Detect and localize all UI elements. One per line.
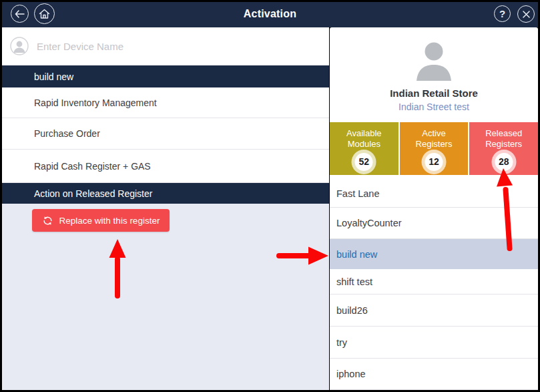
device-name-row — [2, 27, 329, 65]
top-bar: Activation ? — [2, 2, 538, 27]
modules-panel: build new Rapid Inventory Management Pur… — [2, 27, 329, 390]
sync-icon — [42, 215, 53, 226]
stat-label: Released Registers — [477, 128, 531, 150]
store-header: Indian Retail Store Indian Street test — [330, 27, 538, 112]
released-registers-badge: 28 — [495, 153, 513, 171]
register-row-fast-lane[interactable]: Fast Lane — [330, 180, 538, 208]
register-label: Fast Lane — [336, 188, 380, 199]
register-label: LoyaltyCounter — [336, 218, 402, 228]
released-register-list: Fast Lane LoyaltyCounter build new shift… — [330, 180, 538, 390]
help-button[interactable]: ? — [494, 5, 511, 22]
register-label: build26 — [336, 305, 368, 316]
replace-button-label: Replace with this register — [59, 216, 160, 226]
module-item-label: Rapid Cash Register + GAS — [34, 161, 151, 172]
register-row-iphone[interactable]: iphone — [330, 359, 538, 390]
register-row-build26[interactable]: build26 — [330, 295, 538, 327]
stat-active-registers[interactable]: Active Registers 12 — [400, 122, 469, 175]
register-row-try[interactable]: try — [330, 327, 538, 359]
stat-label: Active Registers — [407, 128, 461, 150]
available-modules-badge: 52 — [355, 153, 373, 171]
activation-window: Activation ? build new Rapid In — [0, 0, 540, 392]
stat-label: Available Modules — [337, 128, 390, 150]
register-label: shift test — [336, 276, 372, 287]
module-item-label: Purchase Order — [34, 128, 100, 139]
module-item-label: build new — [34, 71, 73, 82]
module-item-action-on-released-register[interactable]: Action on Released Register — [2, 183, 329, 204]
store-subtitle: Indian Street test — [330, 102, 538, 112]
module-item-label: Rapid Inventory Management — [34, 97, 157, 108]
person-avatar-icon — [10, 37, 29, 55]
page-title: Activation — [2, 8, 538, 20]
register-row-loyaltycounter[interactable]: LoyaltyCounter — [330, 208, 538, 239]
register-row-shift-test[interactable]: shift test — [330, 269, 538, 295]
store-name: Indian Retail Store — [330, 87, 538, 99]
stat-available-modules[interactable]: Available Modules 52 — [330, 122, 398, 175]
stats-row: Available Modules 52 Active Registers 12… — [330, 122, 538, 175]
module-item-build-new[interactable]: build new — [2, 65, 329, 87]
close-icon — [523, 11, 530, 18]
module-item-purchase-order[interactable]: Purchase Order — [2, 118, 329, 150]
register-label: try — [336, 337, 347, 348]
store-avatar-icon — [330, 37, 538, 82]
stat-released-registers[interactable]: Released Registers 28 — [469, 122, 538, 175]
module-item-label: Action on Released Register — [34, 188, 152, 199]
register-label: iphone — [336, 369, 366, 379]
module-item-rapid-inventory-management[interactable]: Rapid Inventory Management — [2, 87, 329, 118]
module-item-rapid-cash-register-gas[interactable]: Rapid Cash Register + GAS — [2, 150, 329, 183]
store-panel: Indian Retail Store Indian Street test A… — [330, 27, 538, 390]
question-mark-icon: ? — [499, 8, 505, 19]
replace-with-this-register-button[interactable]: Replace with this register — [32, 209, 170, 232]
device-name-input[interactable] — [29, 27, 329, 65]
active-registers-badge: 12 — [425, 153, 443, 171]
register-label: build new — [336, 249, 377, 260]
register-row-build-new[interactable]: build new — [330, 239, 538, 269]
close-button[interactable] — [517, 5, 535, 23]
